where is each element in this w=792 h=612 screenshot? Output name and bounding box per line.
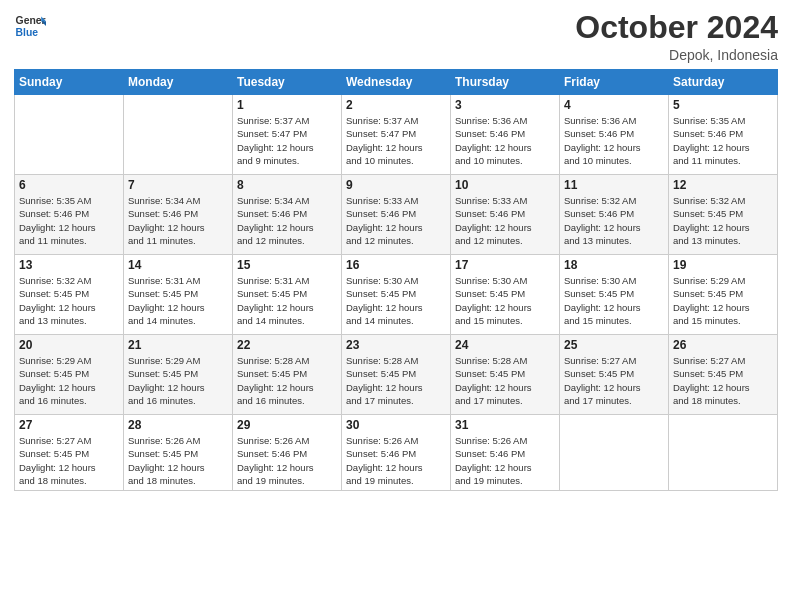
- calendar-header-row: SundayMondayTuesdayWednesdayThursdayFrid…: [15, 70, 778, 95]
- day-info: Sunrise: 5:36 AMSunset: 5:46 PMDaylight:…: [564, 114, 664, 167]
- svg-text:Blue: Blue: [16, 27, 39, 38]
- day-number: 21: [128, 338, 228, 352]
- calendar-cell: 8Sunrise: 5:34 AMSunset: 5:46 PMDaylight…: [233, 175, 342, 255]
- day-info: Sunrise: 5:34 AMSunset: 5:46 PMDaylight:…: [128, 194, 228, 247]
- day-header-monday: Monday: [124, 70, 233, 95]
- location: Depok, Indonesia: [575, 47, 778, 63]
- day-number: 9: [346, 178, 446, 192]
- calendar-cell: 10Sunrise: 5:33 AMSunset: 5:46 PMDayligh…: [451, 175, 560, 255]
- day-number: 11: [564, 178, 664, 192]
- day-number: 3: [455, 98, 555, 112]
- calendar-cell: 20Sunrise: 5:29 AMSunset: 5:45 PMDayligh…: [15, 335, 124, 415]
- calendar-cell: 2Sunrise: 5:37 AMSunset: 5:47 PMDaylight…: [342, 95, 451, 175]
- title-block: October 2024 Depok, Indonesia: [575, 10, 778, 63]
- month-title: October 2024: [575, 10, 778, 45]
- calendar-cell: [124, 95, 233, 175]
- calendar-cell: 27Sunrise: 5:27 AMSunset: 5:45 PMDayligh…: [15, 415, 124, 491]
- day-number: 29: [237, 418, 337, 432]
- calendar-cell: 25Sunrise: 5:27 AMSunset: 5:45 PMDayligh…: [560, 335, 669, 415]
- day-info: Sunrise: 5:37 AMSunset: 5:47 PMDaylight:…: [346, 114, 446, 167]
- logo-icon: General Blue: [14, 10, 46, 42]
- day-info: Sunrise: 5:33 AMSunset: 5:46 PMDaylight:…: [346, 194, 446, 247]
- day-info: Sunrise: 5:26 AMSunset: 5:45 PMDaylight:…: [128, 434, 228, 487]
- calendar-cell: 26Sunrise: 5:27 AMSunset: 5:45 PMDayligh…: [669, 335, 778, 415]
- calendar-cell: 23Sunrise: 5:28 AMSunset: 5:45 PMDayligh…: [342, 335, 451, 415]
- calendar-cell: 19Sunrise: 5:29 AMSunset: 5:45 PMDayligh…: [669, 255, 778, 335]
- day-number: 4: [564, 98, 664, 112]
- day-number: 22: [237, 338, 337, 352]
- calendar-cell: 6Sunrise: 5:35 AMSunset: 5:46 PMDaylight…: [15, 175, 124, 255]
- day-info: Sunrise: 5:26 AMSunset: 5:46 PMDaylight:…: [455, 434, 555, 487]
- day-number: 23: [346, 338, 446, 352]
- day-info: Sunrise: 5:37 AMSunset: 5:47 PMDaylight:…: [237, 114, 337, 167]
- calendar-cell: 1Sunrise: 5:37 AMSunset: 5:47 PMDaylight…: [233, 95, 342, 175]
- calendar-cell: 31Sunrise: 5:26 AMSunset: 5:46 PMDayligh…: [451, 415, 560, 491]
- day-number: 20: [19, 338, 119, 352]
- calendar-cell: 17Sunrise: 5:30 AMSunset: 5:45 PMDayligh…: [451, 255, 560, 335]
- calendar-cell: 28Sunrise: 5:26 AMSunset: 5:45 PMDayligh…: [124, 415, 233, 491]
- day-number: 28: [128, 418, 228, 432]
- day-number: 30: [346, 418, 446, 432]
- day-info: Sunrise: 5:27 AMSunset: 5:45 PMDaylight:…: [564, 354, 664, 407]
- calendar-cell: 3Sunrise: 5:36 AMSunset: 5:46 PMDaylight…: [451, 95, 560, 175]
- day-info: Sunrise: 5:28 AMSunset: 5:45 PMDaylight:…: [346, 354, 446, 407]
- calendar-cell: 14Sunrise: 5:31 AMSunset: 5:45 PMDayligh…: [124, 255, 233, 335]
- day-number: 24: [455, 338, 555, 352]
- day-number: 31: [455, 418, 555, 432]
- header: General Blue October 2024 Depok, Indones…: [14, 10, 778, 63]
- day-number: 18: [564, 258, 664, 272]
- day-info: Sunrise: 5:34 AMSunset: 5:46 PMDaylight:…: [237, 194, 337, 247]
- day-info: Sunrise: 5:36 AMSunset: 5:46 PMDaylight:…: [455, 114, 555, 167]
- day-number: 17: [455, 258, 555, 272]
- day-number: 19: [673, 258, 773, 272]
- day-info: Sunrise: 5:35 AMSunset: 5:46 PMDaylight:…: [19, 194, 119, 247]
- calendar-cell: 7Sunrise: 5:34 AMSunset: 5:46 PMDaylight…: [124, 175, 233, 255]
- day-number: 7: [128, 178, 228, 192]
- calendar-table: SundayMondayTuesdayWednesdayThursdayFrid…: [14, 69, 778, 491]
- day-info: Sunrise: 5:33 AMSunset: 5:46 PMDaylight:…: [455, 194, 555, 247]
- day-info: Sunrise: 5:31 AMSunset: 5:45 PMDaylight:…: [237, 274, 337, 327]
- day-number: 16: [346, 258, 446, 272]
- day-info: Sunrise: 5:29 AMSunset: 5:45 PMDaylight:…: [19, 354, 119, 407]
- day-info: Sunrise: 5:32 AMSunset: 5:46 PMDaylight:…: [564, 194, 664, 247]
- day-header-thursday: Thursday: [451, 70, 560, 95]
- day-info: Sunrise: 5:28 AMSunset: 5:45 PMDaylight:…: [237, 354, 337, 407]
- calendar-cell: 24Sunrise: 5:28 AMSunset: 5:45 PMDayligh…: [451, 335, 560, 415]
- day-number: 5: [673, 98, 773, 112]
- day-info: Sunrise: 5:29 AMSunset: 5:45 PMDaylight:…: [128, 354, 228, 407]
- day-info: Sunrise: 5:29 AMSunset: 5:45 PMDaylight:…: [673, 274, 773, 327]
- day-number: 26: [673, 338, 773, 352]
- day-header-friday: Friday: [560, 70, 669, 95]
- day-number: 15: [237, 258, 337, 272]
- page: General Blue October 2024 Depok, Indones…: [0, 0, 792, 612]
- calendar-cell: 12Sunrise: 5:32 AMSunset: 5:45 PMDayligh…: [669, 175, 778, 255]
- day-info: Sunrise: 5:30 AMSunset: 5:45 PMDaylight:…: [346, 274, 446, 327]
- calendar-cell: 5Sunrise: 5:35 AMSunset: 5:46 PMDaylight…: [669, 95, 778, 175]
- day-info: Sunrise: 5:28 AMSunset: 5:45 PMDaylight:…: [455, 354, 555, 407]
- day-number: 12: [673, 178, 773, 192]
- day-number: 1: [237, 98, 337, 112]
- day-number: 27: [19, 418, 119, 432]
- day-info: Sunrise: 5:27 AMSunset: 5:45 PMDaylight:…: [19, 434, 119, 487]
- calendar-cell: 21Sunrise: 5:29 AMSunset: 5:45 PMDayligh…: [124, 335, 233, 415]
- day-info: Sunrise: 5:30 AMSunset: 5:45 PMDaylight:…: [455, 274, 555, 327]
- day-info: Sunrise: 5:30 AMSunset: 5:45 PMDaylight:…: [564, 274, 664, 327]
- calendar-cell: 13Sunrise: 5:32 AMSunset: 5:45 PMDayligh…: [15, 255, 124, 335]
- calendar-cell: 9Sunrise: 5:33 AMSunset: 5:46 PMDaylight…: [342, 175, 451, 255]
- day-number: 25: [564, 338, 664, 352]
- day-header-tuesday: Tuesday: [233, 70, 342, 95]
- calendar-cell: 4Sunrise: 5:36 AMSunset: 5:46 PMDaylight…: [560, 95, 669, 175]
- day-info: Sunrise: 5:31 AMSunset: 5:45 PMDaylight:…: [128, 274, 228, 327]
- day-number: 10: [455, 178, 555, 192]
- day-info: Sunrise: 5:26 AMSunset: 5:46 PMDaylight:…: [346, 434, 446, 487]
- calendar-cell: 29Sunrise: 5:26 AMSunset: 5:46 PMDayligh…: [233, 415, 342, 491]
- calendar-cell: 16Sunrise: 5:30 AMSunset: 5:45 PMDayligh…: [342, 255, 451, 335]
- day-info: Sunrise: 5:32 AMSunset: 5:45 PMDaylight:…: [673, 194, 773, 247]
- calendar-cell: 22Sunrise: 5:28 AMSunset: 5:45 PMDayligh…: [233, 335, 342, 415]
- calendar-cell: [669, 415, 778, 491]
- day-header-saturday: Saturday: [669, 70, 778, 95]
- day-info: Sunrise: 5:27 AMSunset: 5:45 PMDaylight:…: [673, 354, 773, 407]
- calendar-cell: [15, 95, 124, 175]
- day-header-wednesday: Wednesday: [342, 70, 451, 95]
- calendar-cell: [560, 415, 669, 491]
